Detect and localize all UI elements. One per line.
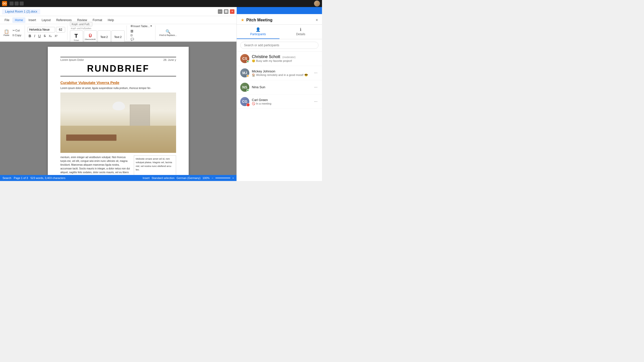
participant-item-nina[interactable]: NS Nina Sun ··· <box>237 80 322 95</box>
search-participants-input[interactable] <box>240 42 318 49</box>
menu-help[interactable]: Help <box>105 17 116 23</box>
tab-participants[interactable]: 👤 Participants <box>237 25 279 39</box>
tab-details[interactable]: ℹ Details <box>279 25 322 39</box>
menu-bar: File Home Insert Layout References Revie… <box>0 16 236 24</box>
status-dot-mickey <box>247 75 249 77</box>
text-format-buttons: B I U S̶ X₂ X² <box>27 33 59 38</box>
strikethrough-button[interactable]: S̶ <box>43 34 47 38</box>
menu-insert[interactable]: Insert <box>26 17 38 23</box>
participant-name-christine: Christine Schott (moderator) <box>252 55 318 59</box>
paste-buttons: 📋 Paste ✂ Cut ⎘ Copy <box>2 28 23 37</box>
font-selector <box>27 27 65 32</box>
status-right: Insert Standard selection German (German… <box>143 176 234 179</box>
participants-tab-label: Participants <box>250 32 266 36</box>
paste-icon: 📋 <box>4 29 9 34</box>
ribbon-group-find: 🔍 Find & Replace... <box>158 25 180 40</box>
participant-more-nina[interactable]: ··· <box>313 84 318 90</box>
document-area[interactable]: Lorem Ipsum Dolor 28. June y RUNDBRIEF C… <box>0 42 236 175</box>
omega-icon: Ω <box>131 34 133 37</box>
document-tab-active[interactable]: Layout Room 1 (2).docx <box>2 9 40 14</box>
insert-table-button[interactable]: ⊞ Insert Table... ▾ <box>129 24 153 28</box>
tile-text2a-display: Text 2 <box>100 35 108 38</box>
status-dot-christine <box>247 60 249 63</box>
sys-icon-2 <box>15 2 19 6</box>
minimize-button[interactable]: — <box>218 9 222 14</box>
participant-more-mickey[interactable]: ··· <box>313 70 318 76</box>
participant-item-mickey[interactable]: MJ Mickey Johnson 🏠 Working remotely and… <box>237 66 322 80</box>
participants-tab-icon: 👤 <box>256 27 261 32</box>
participant-status-christine: 😊 Busy with my favorite project! <box>252 59 318 63</box>
underline-button[interactable]: U <box>37 33 42 38</box>
zoom-slider[interactable] <box>215 177 230 178</box>
participant-avatar-nina: NS <box>240 83 249 92</box>
menu-home[interactable]: Home <box>12 17 25 23</box>
maximize-button[interactable]: ⬜ <box>224 9 228 14</box>
zoom-plus-icon[interactable]: + <box>232 176 234 179</box>
participant-avatar-carl: CG 🚫 <box>240 97 249 106</box>
meeting-title: Pitch Meeting <box>246 18 314 22</box>
star-icon: ★ <box>241 18 244 22</box>
insert-comment-button[interactable]: 💬 <box>129 37 135 41</box>
cut-button[interactable]: ✂ Cut <box>11 28 23 33</box>
status-left: Search <box>3 176 11 179</box>
subscript-button[interactable]: X₂ <box>48 34 53 38</box>
word-count: 523 words, 3,403 characters <box>30 176 65 179</box>
menu-file[interactable]: File <box>2 17 12 23</box>
insert-image-button[interactable]: 🖼 <box>129 29 135 33</box>
bold-button[interactable]: B <box>27 33 32 38</box>
font-controls <box>27 27 65 32</box>
paste-button[interactable]: 📋 Paste <box>2 28 11 37</box>
participant-more-carl[interactable]: ··· <box>313 98 318 105</box>
menu-layout[interactable]: Layout <box>39 17 53 23</box>
participant-name-nina: Nina Sun <box>252 85 311 89</box>
doc-side-col: Molestie ornare amet vel id, rem volutpa… <box>134 155 176 175</box>
kitchen-lamp <box>112 102 125 110</box>
doc-title: RUNDBRIEF <box>60 63 176 76</box>
kopf-label: Kopf- und Fuß: <box>70 22 92 26</box>
doc-header-left: Lorem Ipsum Dolor <box>60 58 84 61</box>
doc-main-col: mentum, enim integer ad vestibulum volut… <box>60 155 130 175</box>
font-name-input[interactable] <box>27 27 55 32</box>
zoom-minus-icon[interactable]: − <box>212 176 213 179</box>
document-page: Lorem Ipsum Dolor 28. June y RUNDBRIEF C… <box>48 47 189 175</box>
moderator-badge-christine: (moderator) <box>282 56 295 59</box>
christine-name: Christine Schott <box>252 55 280 59</box>
status-dot-nina <box>247 89 249 92</box>
dropdown-arrow-icon: ▾ <box>150 24 152 28</box>
system-bar: OO <box>0 0 322 7</box>
editor-area: Layout Room 1 (2).docx — ⬜ ✕ File Home I… <box>0 7 236 181</box>
participant-item-carl[interactable]: CG 🚫 Carl Green 🚫 In a meeting ··· <box>237 95 322 109</box>
paste-label: Paste <box>4 34 9 36</box>
document-tabs: Layout Room 1 (2).docx <box>2 9 216 14</box>
kopf-sub-label: Kopf- und Fußzeilen <box>70 27 92 30</box>
font-size-input[interactable] <box>56 27 65 32</box>
find-replace-button[interactable]: 🔍 Find & Replace... <box>158 28 178 37</box>
comment-icon: 💬 <box>131 38 134 41</box>
participant-info-christine: Christine Schott (moderator) 😊 Busy with… <box>252 55 318 63</box>
details-tab-label: Details <box>296 32 305 36</box>
ribbon: 📋 Paste ✂ Cut ⎘ Copy <box>0 24 236 42</box>
ribbon-group-paste: 📋 Paste ✂ Cut ⎘ Copy <box>2 25 25 40</box>
close-button[interactable]: ✕ <box>230 9 234 14</box>
find-icon: 🔍 <box>166 29 171 34</box>
superscript-button[interactable]: X² <box>53 34 59 38</box>
language-label[interactable]: German (Germany) <box>177 176 200 179</box>
italic-button[interactable]: I <box>33 33 36 38</box>
details-tab-icon: ℹ <box>300 27 301 32</box>
status-bar: Search Page 1 of 3 523 words, 3,403 char… <box>0 175 236 181</box>
kopf-style-block: Kopf- und Fuß: Kopf- und Fußzeilen <box>70 22 92 30</box>
user-avatar-system[interactable] <box>314 1 320 7</box>
search-label[interactable]: Search <box>3 176 11 179</box>
participant-item-christine[interactable]: CS Christine Schott (moderator) 😊 Busy w… <box>237 52 322 66</box>
selection-label: Standard selection <box>152 176 175 179</box>
sys-icon-1 <box>10 2 14 6</box>
copy-button[interactable]: ⎘ Copy <box>11 33 23 37</box>
insert-symbol-button[interactable]: Ω <box>129 33 134 37</box>
copy-icon: ⎘ <box>13 34 14 37</box>
menu-format[interactable]: Format <box>90 17 105 23</box>
sidebar-close-button[interactable]: × <box>316 18 318 22</box>
system-icons <box>10 2 24 6</box>
tile-text2b-display: Text 2 <box>114 35 122 38</box>
tile-ubers-text: Ü <box>89 34 92 38</box>
sidebar-panel: ★ Pitch Meeting × 👤 Participants ℹ Detai… <box>236 7 322 181</box>
